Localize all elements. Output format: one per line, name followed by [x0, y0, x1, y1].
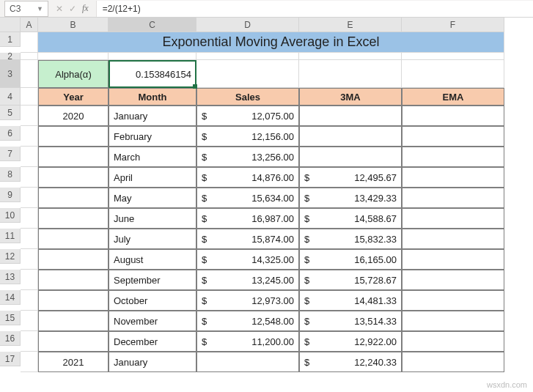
row-header-9[interactable]: 9: [0, 188, 21, 202]
check-icon[interactable]: ✓: [69, 4, 76, 14]
cell-year-14[interactable]: [38, 290, 109, 311]
cell-sales-13[interactable]: $13,245.00: [196, 270, 299, 290]
cell-A1[interactable]: [21, 32, 38, 53]
alpha-value-cell[interactable]: 0.153846154: [109, 60, 196, 88]
row-header-13[interactable]: 13: [0, 270, 21, 284]
cell-ema-8[interactable]: [402, 167, 504, 188]
row-header-16[interactable]: 16: [0, 331, 21, 346]
cell-sales-5[interactable]: $12,075.00: [196, 106, 299, 126]
row-header-5[interactable]: 5: [0, 106, 21, 120]
cell-ema-13[interactable]: [402, 270, 504, 290]
cell-month-15[interactable]: November: [109, 311, 196, 331]
cell-A5[interactable]: [21, 106, 38, 126]
cell-A10[interactable]: [21, 208, 38, 229]
row-header-2[interactable]: 2: [0, 53, 21, 60]
row-header-12[interactable]: 12: [0, 249, 21, 264]
cell-ema-17[interactable]: [402, 352, 504, 372]
cell-A3[interactable]: [21, 60, 38, 88]
cell-month-6[interactable]: February: [109, 126, 196, 147]
row-header-1[interactable]: 1: [0, 32, 21, 47]
alpha-label-cell[interactable]: Alpha(α): [38, 60, 109, 88]
cell-A7[interactable]: [21, 147, 38, 167]
cell-year-17[interactable]: 2021: [38, 352, 109, 372]
cell-month-13[interactable]: September: [109, 270, 196, 290]
cell-year-8[interactable]: [38, 167, 109, 188]
cell-row2-5[interactable]: [402, 53, 504, 60]
cell-year-5[interactable]: 2020: [38, 106, 109, 126]
col-header-B[interactable]: B: [38, 18, 109, 32]
cell-row3-4[interactable]: [299, 60, 402, 88]
cell-3ma-6[interactable]: [299, 126, 402, 147]
row-header-6[interactable]: 6: [0, 126, 21, 141]
cell-3ma-15[interactable]: $13,514.33: [299, 311, 402, 331]
cell-year-10[interactable]: [38, 208, 109, 229]
cell-year-9[interactable]: [38, 188, 109, 208]
cell-month-17[interactable]: January: [109, 352, 196, 372]
cell-sales-7[interactable]: $13,256.00: [196, 147, 299, 167]
fx-icon[interactable]: fx: [82, 3, 89, 14]
cell-sales-10[interactable]: $16,987.00: [196, 208, 299, 229]
cell-A13[interactable]: [21, 270, 38, 290]
cell-3ma-11[interactable]: $15,832.33: [299, 229, 402, 249]
cell-month-10[interactable]: June: [109, 208, 196, 229]
cell-sales-16[interactable]: $11,200.00: [196, 331, 299, 352]
formula-input[interactable]: =2/(12+1): [96, 1, 533, 17]
col-header-C[interactable]: C: [109, 18, 196, 32]
cell-sales-6[interactable]: $12,156.00: [196, 126, 299, 147]
cell-3ma-16[interactable]: $12,922.00: [299, 331, 402, 352]
row-header-11[interactable]: 11: [0, 229, 21, 243]
select-all-corner[interactable]: [0, 18, 21, 32]
cell-ema-7[interactable]: [402, 147, 504, 167]
cell-A11[interactable]: [21, 229, 38, 249]
col-header-D[interactable]: D: [196, 18, 299, 32]
row-header-14[interactable]: 14: [0, 290, 21, 305]
cell-year-12[interactable]: [38, 249, 109, 270]
cell-sales-14[interactable]: $12,973.00: [196, 290, 299, 311]
cell-month-14[interactable]: October: [109, 290, 196, 311]
cell-sales-8[interactable]: $14,876.00: [196, 167, 299, 188]
cell-year-16[interactable]: [38, 331, 109, 352]
cell-ema-12[interactable]: [402, 249, 504, 270]
cell-year-7[interactable]: [38, 147, 109, 167]
cell-3ma-8[interactable]: $12,495.67: [299, 167, 402, 188]
col-header-E[interactable]: E: [299, 18, 402, 32]
spreadsheet-grid[interactable]: ABCDEF1Exponential Moving Average in Exc…: [0, 18, 533, 372]
name-box[interactable]: C3 ▼: [4, 1, 48, 17]
cell-row2-2[interactable]: [109, 53, 196, 60]
cell-A12[interactable]: [21, 249, 38, 270]
cell-month-9[interactable]: May: [109, 188, 196, 208]
cell-A14[interactable]: [21, 290, 38, 311]
cell-year-15[interactable]: [38, 311, 109, 331]
cell-row2-3[interactable]: [196, 53, 299, 60]
cell-month-5[interactable]: January: [109, 106, 196, 126]
cell-3ma-14[interactable]: $14,481.33: [299, 290, 402, 311]
cell-3ma-9[interactable]: $13,429.33: [299, 188, 402, 208]
cell-A16[interactable]: [21, 331, 38, 352]
row-header-17[interactable]: 17: [0, 352, 21, 366]
row-header-15[interactable]: 15: [0, 311, 21, 325]
cell-ema-15[interactable]: [402, 311, 504, 331]
cell-month-16[interactable]: December: [109, 331, 196, 352]
row-header-7[interactable]: 7: [0, 147, 21, 161]
cell-row3-3[interactable]: [196, 60, 299, 88]
cell-A6[interactable]: [21, 126, 38, 147]
cell-row2-1[interactable]: [38, 53, 109, 60]
row-header-3[interactable]: 3: [0, 60, 21, 88]
cell-month-11[interactable]: July: [109, 229, 196, 249]
cell-month-12[interactable]: August: [109, 249, 196, 270]
cell-A9[interactable]: [21, 188, 38, 208]
cell-month-7[interactable]: March: [109, 147, 196, 167]
row-header-4[interactable]: 4: [0, 88, 21, 106]
cell-sales-9[interactable]: $15,634.00: [196, 188, 299, 208]
cell-3ma-12[interactable]: $16,165.00: [299, 249, 402, 270]
cell-ema-10[interactable]: [402, 208, 504, 229]
cell-ema-6[interactable]: [402, 126, 504, 147]
cell-A8[interactable]: [21, 167, 38, 188]
cell-month-8[interactable]: April: [109, 167, 196, 188]
cell-A4[interactable]: [21, 88, 38, 106]
cell-ema-14[interactable]: [402, 290, 504, 311]
cell-ema-11[interactable]: [402, 229, 504, 249]
cell-row2-4[interactable]: [299, 53, 402, 60]
cancel-icon[interactable]: ✕: [56, 4, 63, 14]
chevron-down-icon[interactable]: ▼: [37, 5, 43, 12]
